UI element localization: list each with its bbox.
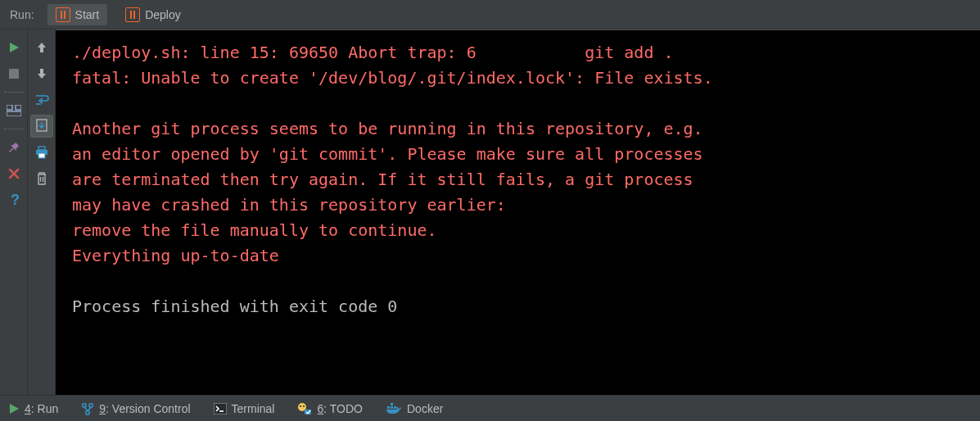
tool-window-bar: 4: Run 9: Version Control Terminal 6: TO… — [0, 395, 980, 421]
svg-point-17 — [86, 410, 89, 414]
pin-icon — [7, 141, 20, 154]
console-line: fatal: Unable to create '/dev/blog/.git/… — [72, 66, 967, 91]
toolwindow-docker[interactable]: Docker — [386, 402, 443, 415]
scroll-to-end-icon — [35, 119, 48, 134]
run-config-tab-deploy[interactable]: Deploy — [117, 4, 189, 25]
close-icon — [8, 168, 20, 179]
svg-marker-4 — [10, 43, 19, 52]
svg-rect-3 — [133, 11, 135, 19]
toolwindow-label: 4: Run — [25, 402, 58, 415]
separator — [4, 129, 24, 129]
console-line: may have crashed in this repository earl… — [72, 192, 967, 218]
run-panel-label: Run: — [7, 8, 38, 21]
play-icon — [7, 41, 20, 54]
svg-rect-24 — [391, 406, 393, 409]
svg-rect-0 — [61, 11, 62, 19]
toolwindow-label: 6: TODO — [317, 402, 363, 415]
svg-marker-14 — [10, 404, 19, 414]
console-line — [72, 269, 967, 294]
run-action-gutter: ? — [0, 29, 28, 395]
console-action-gutter — [28, 29, 56, 395]
console-line — [72, 91, 967, 116]
stop-button[interactable] — [2, 62, 25, 85]
terminal-icon — [214, 403, 227, 414]
console-line: remove the file manually to continue. — [72, 218, 967, 243]
svg-rect-5 — [9, 69, 19, 79]
toolwindow-label: Terminal — [232, 402, 275, 415]
svg-rect-23 — [387, 406, 390, 409]
svg-rect-1 — [64, 11, 65, 19]
run-config-icon — [125, 7, 140, 22]
run-icon — [8, 403, 20, 414]
branch-icon — [81, 402, 94, 415]
clear-all-button[interactable] — [30, 167, 53, 190]
trash-icon — [35, 171, 48, 186]
svg-rect-25 — [394, 406, 396, 409]
soft-wrap-button[interactable] — [30, 88, 53, 111]
arrow-up-icon — [36, 41, 47, 54]
soft-wrap-icon — [34, 93, 49, 106]
scroll-to-end-button[interactable] — [30, 115, 53, 138]
scroll-up-button[interactable] — [30, 36, 53, 59]
run-config-tab-start[interactable]: Start — [47, 4, 108, 25]
scroll-down-button[interactable] — [30, 62, 53, 85]
help-button[interactable]: ? — [2, 188, 25, 211]
svg-rect-18 — [214, 403, 227, 414]
print-button[interactable] — [30, 141, 53, 164]
svg-rect-2 — [130, 11, 132, 19]
close-button[interactable] — [2, 162, 25, 185]
svg-point-21 — [303, 405, 305, 407]
console-line: Another git process seems to be running … — [72, 116, 967, 142]
toolwindow-run[interactable]: 4: Run — [8, 402, 58, 415]
svg-point-16 — [89, 403, 93, 406]
svg-rect-26 — [391, 403, 393, 405]
docker-icon — [386, 403, 402, 414]
svg-text:?: ? — [11, 192, 20, 207]
svg-rect-11 — [38, 147, 45, 150]
svg-rect-13 — [38, 153, 45, 158]
arrow-down-icon — [36, 67, 47, 80]
stop-icon — [8, 68, 20, 79]
run-panel-header: Run: Start Deploy — [0, 0, 980, 29]
svg-point-20 — [300, 405, 301, 407]
console-line: Everything up-to-date — [72, 243, 967, 269]
layout-button[interactable] — [2, 99, 25, 122]
run-config-tab-label: Deploy — [145, 8, 181, 21]
pin-button[interactable] — [2, 136, 25, 159]
run-config-icon — [56, 7, 70, 22]
toolwindow-todo[interactable]: 6: TODO — [297, 402, 363, 415]
svg-rect-6 — [7, 105, 12, 110]
rerun-button[interactable] — [2, 36, 25, 59]
svg-rect-7 — [16, 105, 21, 110]
svg-point-15 — [83, 403, 86, 406]
todo-icon — [297, 402, 312, 415]
toolwindow-label: Docker — [407, 402, 443, 415]
print-icon — [34, 146, 49, 159]
console-line: Process finished with exit code 0 — [72, 294, 967, 319]
layout-icon — [7, 105, 21, 116]
separator — [4, 92, 24, 93]
help-icon: ? — [8, 192, 20, 207]
toolwindow-label: 9: Version Control — [99, 402, 190, 415]
console-line: ./deploy.sh: line 15: 69650 Abort trap: … — [72, 40, 967, 66]
run-panel-body: ? ./deploy.sh: line 15: 69650 Abort trap… — [0, 29, 980, 395]
toolwindow-terminal[interactable]: Terminal — [214, 402, 275, 415]
console-line: are terminated then try again. If it sti… — [72, 167, 967, 192]
console-output[interactable]: ./deploy.sh: line 15: 69650 Abort trap: … — [56, 29, 980, 395]
svg-rect-8 — [7, 111, 21, 116]
toolwindow-vcs[interactable]: 9: Version Control — [81, 402, 190, 415]
run-config-tab-label: Start — [75, 8, 100, 21]
console-line: an editor opened by 'git commit'. Please… — [72, 142, 967, 167]
